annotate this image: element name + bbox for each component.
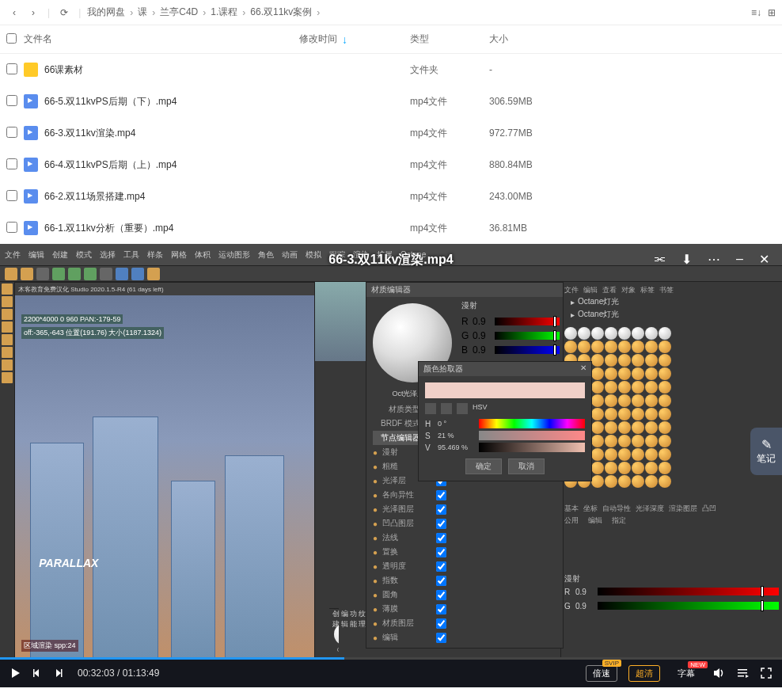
viewport-menu: 木客教育免费汉化 Studio 2020.1.5-R4 (61 days lef… <box>15 283 314 295</box>
c4d-tool-icon <box>131 268 144 280</box>
c4d-vertical-toolbar <box>0 282 14 659</box>
material-grid-item <box>605 408 617 420</box>
file-size-cell: 972.77MB <box>489 127 584 139</box>
file-row[interactable]: 66-3.双11kv渲染.mp4 mp4文件 972.77MB <box>0 117 782 149</box>
b-value: 0.9 <box>473 344 492 356</box>
c4d-tool <box>2 309 13 320</box>
select-all-checkbox[interactable] <box>6 33 24 46</box>
column-time[interactable]: 修改时间 ↓ <box>299 32 410 46</box>
video-icon <box>24 94 38 108</box>
video-player: 文件 编辑 创建 模式 选择 工具 样条 网格 体积 运动图形 角色 动画 模拟… <box>0 244 782 687</box>
c4d-tool-icon <box>21 268 33 280</box>
mode-icon <box>457 403 468 414</box>
row-checkbox[interactable] <box>6 158 24 172</box>
time-display: 00:32:03 / 01:13:49 <box>78 668 159 679</box>
breadcrumb-sep: › <box>152 7 155 18</box>
close-icon: ✕ <box>580 363 586 375</box>
c4d-menu-item: 创建 <box>52 249 68 261</box>
prev-button[interactable] <box>33 668 44 679</box>
material-grid-item <box>659 354 671 367</box>
row-checkbox[interactable] <box>6 63 24 77</box>
nav-forward-button[interactable]: › <box>25 5 41 21</box>
material-grid-item <box>605 435 617 447</box>
nav-back-button[interactable]: ‹ <box>6 5 22 21</box>
download-icon[interactable]: ⬇ <box>681 252 692 267</box>
row-checkbox[interactable] <box>6 190 24 204</box>
material-grid-item <box>618 408 631 420</box>
svg-marker-1 <box>34 669 39 677</box>
file-row[interactable]: 66课素材 文件夹 - <box>0 54 782 86</box>
breadcrumb-item[interactable]: 我的网盘 <box>87 6 125 19</box>
file-name-cell[interactable]: 66-1.双11kv分析（重要）.mp4 <box>24 221 299 235</box>
material-grid-item <box>605 367 617 380</box>
c4d-body: 木客教育免费汉化 Studio 2020.1.5-R4 (61 days lef… <box>0 282 782 659</box>
r-value: 0.9 <box>473 316 492 327</box>
playlist-button[interactable] <box>736 667 749 679</box>
material-grid-item <box>632 475 644 488</box>
volume-button[interactable] <box>712 667 725 679</box>
c4d-tool-icon <box>116 268 128 280</box>
row-checkbox[interactable] <box>6 127 24 140</box>
material-grid-item <box>618 354 631 367</box>
file-row[interactable]: 66-5.双11kvPS后期（下）.mp4 mp4文件 306.59MB <box>0 86 782 117</box>
file-name-cell[interactable]: 66-3.双11kv渲染.mp4 <box>24 126 299 140</box>
material-grid-item <box>591 394 604 407</box>
material-property-row: ●法线 <box>373 531 556 545</box>
grid-view-icon[interactable]: ⊞ <box>768 7 776 18</box>
video-title: 66-3.双11kv渲染.mp4 <box>328 252 453 268</box>
v-label: V <box>425 443 435 452</box>
material-thumbnail: Oct光 <box>331 623 339 654</box>
close-icon[interactable]: ✕ <box>759 252 769 267</box>
file-name-cell[interactable]: 66-2.双11场景搭建.mp4 <box>24 189 299 204</box>
breadcrumb-item[interactable]: 66.双11kv案例 <box>250 6 312 19</box>
fullscreen-button[interactable] <box>760 667 773 679</box>
video-content[interactable]: 文件 编辑 创建 模式 选择 工具 样条 网格 体积 运动图形 角色 动画 模拟… <box>0 244 782 659</box>
file-name-cell[interactable]: 66-5.双11kvPS后期（下）.mp4 <box>24 94 299 108</box>
file-name-text: 66-3.双11kv渲染.mp4 <box>44 127 135 140</box>
file-row[interactable]: 66-1.双11kv分析（重要）.mp4 mp4文件 36.81MB <box>0 212 782 244</box>
file-row[interactable]: 66-2.双11场景搭建.mp4 mp4文件 243.00MB <box>0 181 782 212</box>
c4d-tool <box>2 334 13 345</box>
c4d-tool <box>2 360 13 371</box>
file-row[interactable]: 66-4.双11kvPS后期（上）.mp4 mp4文件 880.84MB <box>0 149 782 181</box>
subtitle-button[interactable]: 字幕 NEW <box>671 666 701 681</box>
column-size[interactable]: 大小 <box>489 32 584 46</box>
notes-button[interactable]: ✎ 笔记 <box>750 428 782 475</box>
play-button[interactable] <box>9 667 22 679</box>
material-property-row: ●编辑 <box>373 630 556 645</box>
more-icon[interactable]: ⋯ <box>708 252 720 267</box>
svg-rect-7 <box>738 672 747 674</box>
quality-button[interactable]: 超清 <box>628 665 660 682</box>
file-name-cell[interactable]: 66-4.双11kvPS后期（上）.mp4 <box>24 158 299 172</box>
row-checkbox[interactable] <box>6 95 24 108</box>
c4d-tool <box>2 347 13 358</box>
material-grid-item <box>591 475 604 488</box>
material-grid-item <box>591 367 604 380</box>
minimize-icon[interactable]: – <box>736 252 743 267</box>
sort-icon[interactable]: ≡↓ <box>751 7 761 18</box>
attribute-tabs2: 公用 编辑 指定 <box>564 515 779 526</box>
svg-marker-0 <box>12 668 20 678</box>
share-icon[interactable]: ⫘ <box>653 252 666 267</box>
top-nav: ‹ › | ⟳ | 我的网盘 › 课 › 兰亭C4D › 1.课程 › 66.双… <box>0 0 782 25</box>
c4d-tool-icon <box>5 268 17 280</box>
file-name-cell[interactable]: 66课素材 <box>24 63 299 77</box>
file-name-text: 66课素材 <box>44 63 83 77</box>
breadcrumb-item[interactable]: 1.课程 <box>211 6 237 19</box>
next-button[interactable] <box>55 668 66 679</box>
column-type[interactable]: 类型 <box>410 32 489 46</box>
speed-button[interactable]: 倍速 SVIP <box>586 665 617 682</box>
material-property-row: ●光泽图层 <box>373 502 556 516</box>
svg-rect-2 <box>33 669 35 677</box>
material-grid-item <box>632 462 644 474</box>
nav-refresh-button[interactable]: ⟳ <box>56 5 72 21</box>
column-name[interactable]: 文件名 <box>24 32 299 46</box>
hue-slider <box>479 419 585 428</box>
c4d-menu-item: 工具 <box>123 249 139 261</box>
row-checkbox[interactable] <box>6 222 24 235</box>
progress-bar[interactable] <box>0 657 782 660</box>
breadcrumb-item[interactable]: 课 <box>138 6 147 19</box>
breadcrumb-item[interactable]: 兰亭C4D <box>160 6 198 19</box>
material-grid-item <box>659 475 671 488</box>
diffuse-section-label: 漫射 <box>461 300 560 311</box>
